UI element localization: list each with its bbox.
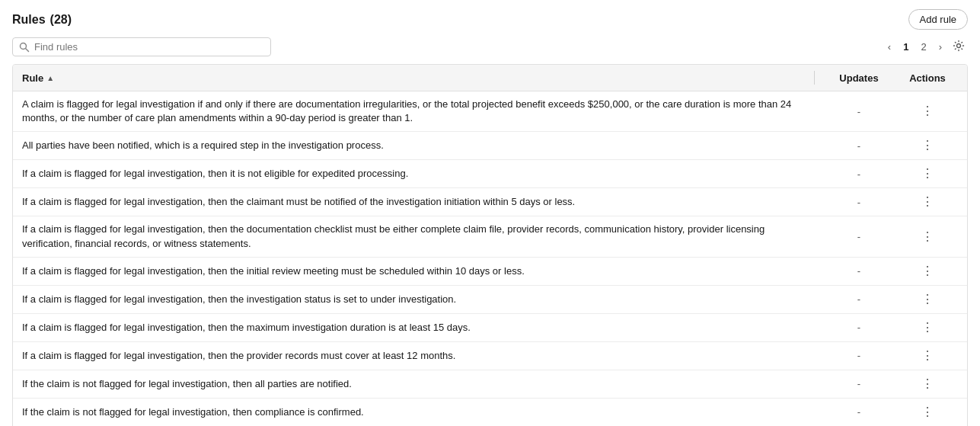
row-updates-value: -	[821, 140, 897, 152]
table-row: If a claim is flagged for legal investig…	[13, 314, 967, 342]
row-actions-menu-button[interactable]: ⋮	[917, 405, 939, 420]
row-actions-menu-button[interactable]: ⋮	[917, 292, 939, 307]
column-rule: Rule ▲	[22, 72, 808, 84]
row-actions-menu-button[interactable]: ⋮	[917, 320, 939, 335]
row-rule-text: If a claim is flagged for legal investig…	[22, 264, 821, 278]
svg-point-2	[957, 44, 961, 48]
search-icon	[19, 42, 30, 53]
row-rule-text: If a claim is flagged for legal investig…	[22, 167, 821, 181]
row-actions-menu-button[interactable]: ⋮	[917, 138, 939, 153]
row-rule-text: If the claim is not flagged for legal in…	[22, 377, 821, 391]
row-updates-value: -	[821, 265, 897, 277]
rules-count: (28)	[50, 13, 72, 27]
row-actions-menu-button[interactable]: ⋮	[917, 104, 939, 119]
row-actions-cell: ⋮	[897, 320, 958, 335]
row-rule-text: If a claim is flagged for legal investig…	[22, 321, 821, 335]
rules-table: Rule ▲ Updates Actions A claim is flagge…	[12, 64, 968, 426]
row-actions-cell: ⋮	[897, 138, 958, 153]
table-row: If a claim is flagged for legal investig…	[13, 216, 967, 257]
row-updates-value: -	[821, 378, 897, 389]
page-1-button[interactable]: 1	[899, 40, 913, 54]
row-actions-menu-button[interactable]: ⋮	[917, 264, 939, 279]
row-rule-text: If a claim is flagged for legal investig…	[22, 195, 821, 209]
table-row: If a claim is flagged for legal investig…	[13, 258, 967, 286]
row-rule-text: All parties have been notified, which is…	[22, 139, 821, 152]
table-row: If a claim is flagged for legal investig…	[13, 286, 967, 314]
row-updates-value: -	[821, 231, 897, 242]
table-row: A claim is flagged for legal investigati…	[13, 91, 967, 132]
table-row: If the claim is not flagged for legal in…	[13, 399, 967, 426]
table-row: All parties have been notified, which is…	[13, 132, 967, 160]
row-rule-text: If the claim is not flagged for legal in…	[22, 405, 821, 419]
row-actions-cell: ⋮	[897, 104, 958, 119]
row-rule-text: A claim is flagged for legal investigati…	[22, 98, 821, 125]
add-rule-button[interactable]: Add rule	[908, 9, 968, 30]
next-page-button[interactable]: ›	[934, 40, 946, 54]
row-updates-value: -	[821, 406, 897, 418]
table-row: If the claim is not flagged for legal in…	[13, 370, 967, 399]
row-updates-value: -	[821, 293, 897, 305]
row-updates-value: -	[821, 350, 897, 361]
column-updates: Updates	[821, 72, 897, 84]
row-actions-cell: ⋮	[897, 348, 958, 364]
row-actions-cell: ⋮	[897, 194, 958, 210]
row-actions-menu-button[interactable]: ⋮	[917, 229, 939, 245]
search-input[interactable]	[34, 41, 264, 53]
row-actions-cell: ⋮	[897, 166, 958, 181]
svg-line-1	[26, 48, 29, 51]
page-2-button[interactable]: 2	[916, 40, 931, 54]
table-row: If a claim is flagged for legal investig…	[13, 342, 967, 370]
row-actions-cell: ⋮	[897, 229, 958, 245]
table-row: If a claim is flagged for legal investig…	[13, 160, 967, 188]
prev-page-button[interactable]: ‹	[883, 40, 895, 54]
row-updates-value: -	[821, 197, 897, 208]
page-title: Rules	[12, 13, 46, 27]
row-rule-text: If a claim is flagged for legal investig…	[22, 293, 821, 306]
row-actions-cell: ⋮	[897, 292, 958, 307]
row-actions-cell: ⋮	[897, 405, 958, 420]
sort-icon: ▲	[46, 74, 54, 82]
gear-icon	[953, 40, 965, 52]
row-actions-menu-button[interactable]: ⋮	[917, 376, 939, 392]
row-actions-cell: ⋮	[897, 376, 958, 392]
row-actions-menu-button[interactable]: ⋮	[917, 194, 939, 210]
row-actions-cell: ⋮	[897, 264, 958, 279]
pagination: ‹ 1 2 ›	[883, 38, 968, 56]
column-actions: Actions	[897, 72, 958, 84]
row-updates-value: -	[821, 106, 897, 117]
row-updates-value: -	[821, 168, 897, 180]
table-row: If a claim is flagged for legal investig…	[13, 188, 967, 216]
row-actions-menu-button[interactable]: ⋮	[917, 166, 939, 181]
row-rule-text: If a claim is flagged for legal investig…	[22, 349, 821, 363]
column-separator	[814, 71, 815, 85]
table-body: A claim is flagged for legal investigati…	[13, 91, 967, 426]
table-header: Rule ▲ Updates Actions	[13, 65, 967, 91]
settings-gear-button[interactable]	[950, 38, 968, 56]
row-rule-text: If a claim is flagged for legal investig…	[22, 223, 821, 250]
row-actions-menu-button[interactable]: ⋮	[917, 348, 939, 364]
row-updates-value: -	[821, 322, 897, 333]
search-bar	[12, 37, 271, 56]
